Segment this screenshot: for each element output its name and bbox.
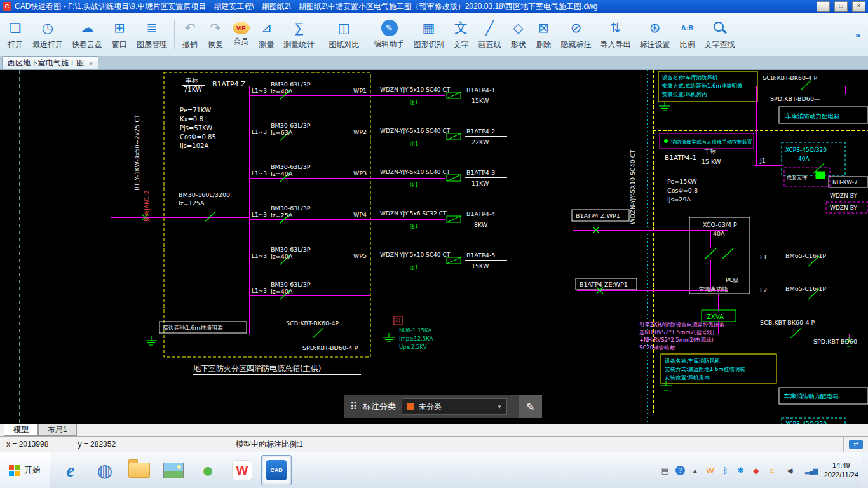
toolbar-label: 形状: [511, 39, 526, 50]
cad-text: L1: [760, 254, 767, 261]
app-icon: C: [3, 2, 11, 11]
cad-text: BM30-63L/3P: [271, 246, 311, 253]
cad-text: 40A: [798, 156, 810, 162]
network-icon[interactable]: ▂▄▆: [803, 467, 820, 474]
drawing-canvas[interactable]: 丰标71KWB1ATP4 ZPe=71KWKx=0.8Pjs=57KWCosΦ=…: [0, 70, 868, 424]
hidden-icons-arrow[interactable]: ▴: [690, 466, 700, 475]
annotation-export-button[interactable]: ✎: [519, 395, 542, 418]
toolbar-recent-open-button[interactable]: ◷最近打开: [28, 13, 67, 56]
cad-text: XCPS-45Q/320: [785, 421, 827, 424]
drag-handle-icon[interactable]: ⠿: [350, 401, 357, 412]
toolbar-measure-button[interactable]: ⊿测量: [254, 13, 280, 56]
cad-text: B1ATP4-1: [665, 154, 696, 161]
cad-text: Iz=40A: [271, 288, 293, 295]
clock-time: 14:49: [824, 461, 858, 470]
cad-text: 地下室防火分区四消防电源总箱(主供): [193, 364, 321, 373]
wps-cloud-icon[interactable]: W: [705, 466, 715, 475]
toolbar-label: 图层管理: [137, 39, 167, 50]
start-button[interactable]: 开始: [0, 452, 50, 488]
toolbar-edit-assistant-button[interactable]: ✎编辑助手: [370, 13, 409, 56]
cad-text: 安装位置:风机房内: [662, 91, 707, 97]
taskbar-app-image-viewer[interactable]: [158, 455, 189, 485]
model-tab-布局1[interactable]: 布局1: [38, 424, 77, 436]
toolbar-open-button[interactable]: ❏打开: [3, 13, 28, 56]
toolbar-layer-manager-button[interactable]: ≣图层管理: [132, 13, 172, 56]
clock[interactable]: 14:49 2022/11/24: [824, 461, 858, 480]
text-search-icon: [712, 19, 728, 37]
taskbar-app-ie[interactable]: e: [55, 455, 86, 485]
antivirus-icon[interactable]: ◆: [751, 466, 761, 475]
toolbar-delete-button[interactable]: ⊠删除: [531, 13, 557, 56]
toolbar-cloud-drive-button[interactable]: ☁快看云盘: [67, 13, 107, 56]
minimize-button[interactable]: —: [817, 1, 830, 12]
taskbar-app-browser[interactable]: ◍: [90, 455, 120, 485]
toolbar-text-search-button[interactable]: 文字查找: [700, 13, 740, 56]
toolbar-more-button[interactable]: »: [850, 29, 865, 40]
toolbar-drawing-compare-button[interactable]: ◫图纸对比: [325, 13, 364, 56]
toolbar-import-export-button[interactable]: ⇅导入导出: [596, 13, 635, 56]
maximize-button[interactable]: □: [834, 1, 848, 12]
cad-text: 接自JAN1-2: [143, 190, 150, 222]
draw-line-icon: ╱: [482, 19, 498, 37]
drawing-tab-label: 西区地下室电气施工图: [8, 58, 84, 69]
toolbar-scale-button[interactable]: A:B比例: [675, 13, 700, 56]
cad-text: WDZN-YJY-5x10 SC40 CT: [380, 252, 451, 258]
toolbar-vip-member-button[interactable]: VIP会员: [228, 13, 254, 56]
cad-text: Iz=40A: [271, 170, 293, 177]
cursor-coordinates: x = 2013998 y = 282352: [0, 437, 229, 452]
cad-text: Iz=40A: [271, 88, 293, 95]
cad-symbol-breaker: [801, 80, 811, 90]
cad-symbol-breaker: [313, 328, 323, 338]
drawing-tab[interactable]: 西区地下室电气施工图 ×: [2, 56, 98, 69]
cad-text: WP1: [353, 87, 367, 94]
edit-assistant-icon: ✎: [381, 20, 398, 36]
bluetooth-icon[interactable]: ᛒ: [721, 466, 731, 475]
taskbar-app-cad-viewer[interactable]: CAD: [261, 455, 292, 485]
tab-close-icon[interactable]: ×: [89, 60, 93, 67]
model-tab-模型[interactable]: 模型: [4, 424, 38, 436]
show-desktop-button[interactable]: [862, 452, 868, 488]
music-icon[interactable]: ♫: [766, 466, 776, 475]
toolbar-undo-button[interactable]: ↶撤销: [177, 13, 203, 56]
taskbar-app-wps[interactable]: W: [227, 455, 257, 485]
cad-drawing[interactable]: 丰标71KWB1ATP4 ZPe=71KWKx=0.8Pjs=57KWCosΦ=…: [0, 70, 868, 424]
wps-icon: W: [232, 460, 252, 480]
toolbar-label: 比例: [680, 39, 695, 50]
toolbar-window-button[interactable]: ⊞窗口: [107, 13, 132, 56]
input-method-icon[interactable]: ✱: [736, 466, 746, 475]
shape-recognition-icon: ▦: [421, 19, 437, 37]
annotation-category-dropdown[interactable]: 未分类 ▼: [402, 398, 507, 415]
toolbar-shapes-button[interactable]: ◇形状: [506, 13, 531, 56]
status-corner-icon[interactable]: ⇄: [849, 440, 863, 449]
cad-text: Pe=15KW: [667, 178, 697, 185]
model-layout-tabs: 模型布局1: [0, 424, 868, 436]
coord-x: x = 2013998: [6, 440, 48, 449]
toolbar-hide-annotations-button[interactable]: ⊘隐藏标注: [557, 13, 596, 56]
cad-symbol-load: [447, 257, 461, 264]
toolbar-shape-recognition-button[interactable]: ▦图形识别: [409, 13, 449, 56]
taskbar-app-folder[interactable]: [124, 455, 154, 485]
printer-icon[interactable]: ▤: [660, 466, 670, 475]
close-button[interactable]: ×: [852, 1, 865, 12]
cad-text: BM30-63L/3P: [271, 163, 311, 170]
toolbar-label: 删除: [536, 39, 552, 50]
volume-icon[interactable]: ◀): [782, 467, 798, 474]
toolbar-draw-line-button[interactable]: ╱画直线: [474, 13, 506, 56]
cad-text: WDZN-BY: [830, 193, 857, 199]
toolbar-redo-button[interactable]: ↷恢复: [203, 13, 228, 56]
taskbar-app-browser-360[interactable]: ●: [193, 455, 223, 485]
cad-text: L1~3: [252, 212, 267, 218]
cad-text: NU6-1.15KA: [399, 327, 431, 334]
toolbar-text-button[interactable]: 文文字: [449, 13, 474, 56]
help-icon[interactable]: ?: [675, 466, 685, 475]
cad-text: Pe=71KW: [180, 107, 211, 114]
toolbar-annotation-settings-button[interactable]: ⊛标注设置: [635, 13, 675, 56]
annotation-scale-text: 模型中的标注比例:1: [236, 439, 303, 450]
cad-text: Iz=125A: [179, 200, 205, 207]
cad-text: 15KW: [471, 97, 489, 104]
cad-text: WDZN-YJY-5x10 SC40 CT: [380, 86, 451, 93]
toolbar-measure-stats-button[interactable]: ∑测量统计: [280, 13, 319, 56]
cad-text: 设备名称:车库消防风机: [662, 74, 718, 81]
toolbar-separator: [174, 20, 175, 49]
cad-text: L1~3: [252, 253, 267, 259]
